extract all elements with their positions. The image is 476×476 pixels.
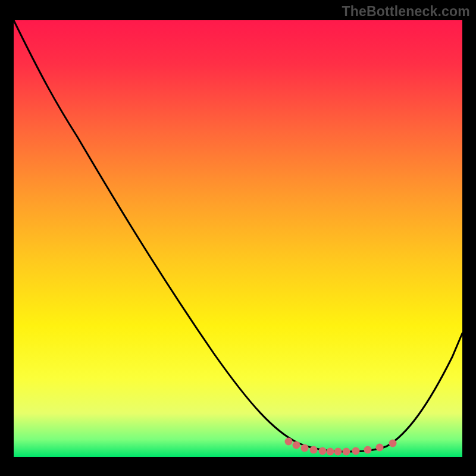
bottleneck-chart (0, 0, 476, 476)
marker-dot (293, 441, 300, 449)
marker-dot (364, 446, 372, 454)
gradient-background (14, 20, 462, 457)
marker-dot (343, 448, 350, 456)
border-bottom (0, 457, 476, 476)
marker-dot (389, 440, 397, 447)
marker-dot (376, 444, 384, 452)
marker-dot (310, 446, 318, 454)
marker-dot (285, 438, 293, 446)
chart-frame: TheBottleneck.com (0, 0, 476, 476)
marker-dot (352, 447, 360, 455)
marker-dot (319, 447, 327, 455)
marker-dot (334, 448, 342, 456)
border-left (0, 0, 14, 476)
marker-dot (301, 444, 309, 452)
border-right (462, 0, 476, 476)
marker-dot (327, 448, 334, 456)
watermark-text: TheBottleneck.com (342, 4, 470, 20)
